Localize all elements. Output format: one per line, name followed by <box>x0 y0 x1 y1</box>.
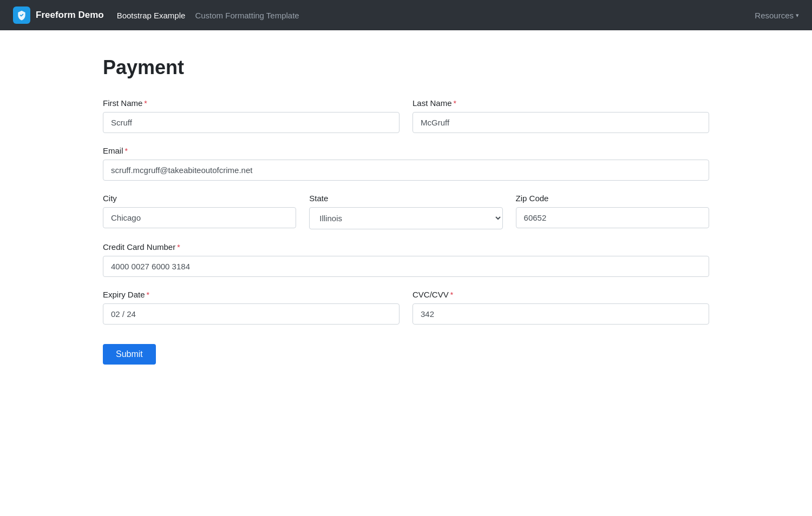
chevron-down-icon: ▾ <box>796 12 799 19</box>
submit-button[interactable]: Submit <box>103 344 156 365</box>
brand-link[interactable]: Freeform Demo <box>13 6 104 24</box>
state-group: State Illinois Alabama Alaska Arizona Ca… <box>309 194 502 229</box>
cvc-input[interactable] <box>412 303 709 325</box>
expiry-group: Expiry Date * <box>103 290 400 325</box>
email-group: Email * <box>103 146 709 181</box>
zip-group: Zip Code <box>516 194 709 229</box>
city-label: City <box>103 194 296 203</box>
main-content: Payment First Name * Last Name * <box>60 30 752 410</box>
email-required: * <box>125 147 128 155</box>
expiry-cvc-row: Expiry Date * CVC/CVV * <box>103 290 709 325</box>
page-title: Payment <box>103 56 709 79</box>
brand-name: Freeform Demo <box>36 10 104 21</box>
brand-icon <box>13 6 30 24</box>
city-input[interactable] <box>103 207 296 228</box>
cc-required: * <box>177 243 180 252</box>
last-name-required: * <box>454 99 456 108</box>
first-name-label: First Name * <box>103 98 400 108</box>
last-name-input[interactable] <box>412 112 709 133</box>
city-group: City <box>103 194 296 229</box>
last-name-group: Last Name * <box>412 98 709 133</box>
resources-button[interactable]: Resources ▾ <box>755 11 799 20</box>
cc-input[interactable] <box>103 256 709 277</box>
email-row: Email * <box>103 146 709 181</box>
expiry-required: * <box>147 290 149 299</box>
name-row: First Name * Last Name * <box>103 98 709 133</box>
state-select[interactable]: Illinois Alabama Alaska Arizona Californ… <box>309 207 502 229</box>
email-label: Email * <box>103 146 709 155</box>
submit-row: Submit <box>103 338 709 365</box>
cvc-required: * <box>450 290 453 299</box>
first-name-input[interactable] <box>103 112 400 133</box>
expiry-label: Expiry Date * <box>103 290 400 299</box>
payment-form: First Name * Last Name * Email * <box>103 98 709 365</box>
last-name-label: Last Name * <box>412 98 709 108</box>
cvc-group: CVC/CVV * <box>412 290 709 325</box>
email-input[interactable] <box>103 160 709 181</box>
cc-label: Credit Card Number * <box>103 242 709 252</box>
expiry-input[interactable] <box>103 303 400 325</box>
first-name-required: * <box>144 99 147 108</box>
first-name-group: First Name * <box>103 98 400 133</box>
zip-input[interactable] <box>516 207 709 228</box>
navbar: Freeform Demo Bootstrap Example Custom F… <box>0 0 812 30</box>
state-label: State <box>309 194 502 203</box>
address-row: City State Illinois Alabama Alaska Arizo… <box>103 194 709 229</box>
cvc-label: CVC/CVV * <box>412 290 709 299</box>
nav-custom-template-link[interactable]: Custom Formatting Template <box>195 11 299 20</box>
navbar-right: Resources ▾ <box>755 11 799 20</box>
cc-row: Credit Card Number * <box>103 242 709 277</box>
nav-bootstrap-link[interactable]: Bootstrap Example <box>117 11 186 20</box>
cc-group: Credit Card Number * <box>103 242 709 277</box>
zip-label: Zip Code <box>516 194 709 203</box>
